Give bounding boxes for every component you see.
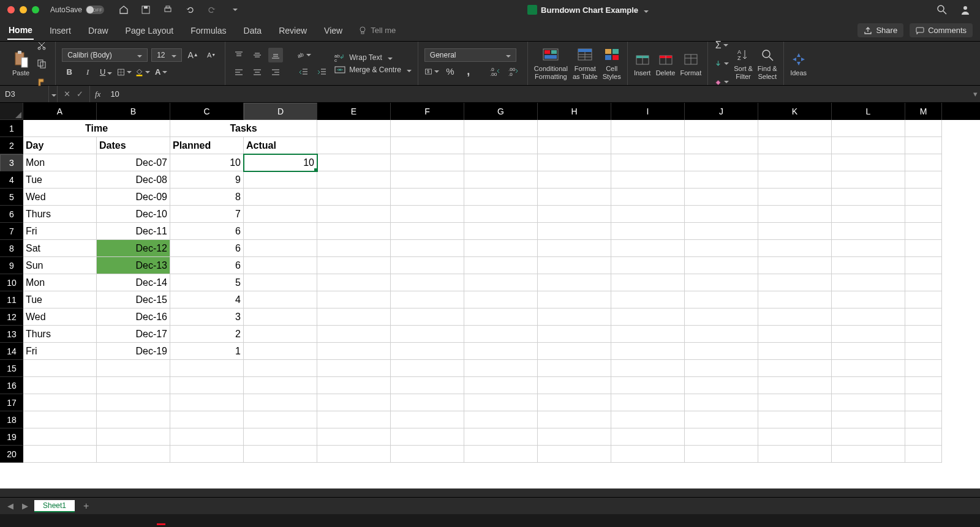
cell[interactable]: Dates: [97, 137, 170, 154]
cell[interactable]: [832, 274, 905, 291]
tab-insert[interactable]: Insert: [48, 22, 72, 39]
italic-button[interactable]: I: [80, 65, 95, 80]
cell[interactable]: [244, 428, 317, 446]
sort-filter-button[interactable]: AZ Sort & Filter: [734, 47, 753, 80]
cell[interactable]: [758, 274, 832, 291]
cell[interactable]: [464, 137, 538, 154]
accounting-format-icon[interactable]: $: [424, 64, 439, 79]
cell[interactable]: Wed: [23, 308, 97, 326]
cell[interactable]: [464, 291, 538, 308]
col-header-M[interactable]: M: [905, 103, 942, 120]
cell[interactable]: [905, 377, 942, 394]
col-header-G[interactable]: G: [464, 103, 538, 120]
share-button[interactable]: Share: [858, 23, 903, 37]
cell[interactable]: [317, 189, 391, 206]
cell[interactable]: [611, 189, 685, 206]
cell[interactable]: Dec-10: [97, 206, 170, 223]
cell[interactable]: Wed: [23, 189, 97, 206]
cell[interactable]: [685, 308, 758, 326]
cell[interactable]: [464, 428, 538, 446]
cell[interactable]: [464, 326, 538, 343]
row-header-10[interactable]: 10: [0, 274, 23, 291]
cell[interactable]: 4: [170, 291, 244, 308]
cell[interactable]: [464, 308, 538, 326]
cell[interactable]: [538, 394, 611, 411]
cell[interactable]: [391, 240, 464, 257]
add-sheet-button[interactable]: +: [78, 501, 94, 512]
cell[interactable]: [685, 171, 758, 189]
user-account-icon[interactable]: [958, 2, 973, 17]
wrap-text-button[interactable]: abc Wrap Text: [334, 53, 412, 62]
cell[interactable]: [391, 394, 464, 411]
cell[interactable]: [391, 291, 464, 308]
delete-cells-button[interactable]: Delete: [656, 51, 676, 77]
cell[interactable]: [758, 154, 832, 171]
cell[interactable]: [685, 428, 758, 446]
cell[interactable]: [758, 137, 832, 154]
cell[interactable]: [758, 428, 832, 446]
formula-input[interactable]: 10: [105, 89, 970, 99]
percent-format-icon[interactable]: %: [443, 64, 458, 79]
cell[interactable]: [317, 206, 391, 223]
cell[interactable]: [391, 428, 464, 446]
font-name-select[interactable]: Calibri (Body): [62, 48, 148, 62]
cell[interactable]: [832, 240, 905, 257]
cell[interactable]: [905, 394, 942, 411]
select-all-corner[interactable]: [0, 103, 23, 120]
cell[interactable]: [538, 137, 611, 154]
cell[interactable]: [391, 308, 464, 326]
cell[interactable]: [464, 411, 538, 428]
cell[interactable]: Actual: [244, 137, 317, 154]
cell[interactable]: [538, 308, 611, 326]
cell[interactable]: [905, 343, 942, 360]
bold-button[interactable]: B: [62, 65, 77, 80]
cell[interactable]: [832, 154, 905, 171]
cell[interactable]: [317, 446, 391, 463]
col-header-H[interactable]: H: [538, 103, 611, 120]
tell-me[interactable]: Tell me: [358, 26, 396, 35]
cell[interactable]: [832, 343, 905, 360]
cell[interactable]: [170, 411, 244, 428]
cell[interactable]: [905, 137, 942, 154]
minimize-window-icon[interactable]: [20, 6, 27, 13]
cell[interactable]: [391, 377, 464, 394]
number-format-select[interactable]: General: [424, 48, 516, 62]
cell[interactable]: [758, 308, 832, 326]
cell[interactable]: [832, 411, 905, 428]
formula-expand-icon[interactable]: ▾: [970, 89, 980, 99]
cell[interactable]: [391, 223, 464, 240]
col-header-K[interactable]: K: [758, 103, 832, 120]
cell[interactable]: [538, 223, 611, 240]
cell[interactable]: [538, 291, 611, 308]
cell[interactable]: [464, 223, 538, 240]
cell[interactable]: [685, 240, 758, 257]
cell[interactable]: [685, 446, 758, 463]
cell[interactable]: [244, 343, 317, 360]
align-center-icon[interactable]: [250, 65, 265, 80]
cell[interactable]: [317, 240, 391, 257]
cell[interactable]: [832, 428, 905, 446]
cell[interactable]: [685, 257, 758, 274]
row-header-12[interactable]: 12: [0, 308, 23, 326]
cell[interactable]: [905, 189, 942, 206]
cell[interactable]: [832, 171, 905, 189]
cell[interactable]: [244, 377, 317, 394]
cell[interactable]: [170, 360, 244, 377]
cell[interactable]: [97, 360, 170, 377]
cell[interactable]: [391, 189, 464, 206]
col-header-I[interactable]: I: [611, 103, 685, 120]
tab-draw[interactable]: Draw: [87, 22, 110, 39]
tab-review[interactable]: Review: [277, 22, 308, 39]
row-header-16[interactable]: 16: [0, 377, 23, 394]
col-header-D[interactable]: D: [244, 103, 317, 120]
row-header-6[interactable]: 6: [0, 206, 23, 223]
cell[interactable]: [464, 377, 538, 394]
cell[interactable]: [317, 137, 391, 154]
cell[interactable]: [758, 360, 832, 377]
cancel-formula-icon[interactable]: ✕: [64, 89, 70, 99]
sheet-tab[interactable]: Sheet1: [34, 500, 75, 512]
cell[interactable]: [391, 171, 464, 189]
font-color-button[interactable]: A: [154, 65, 168, 80]
cell[interactable]: [538, 240, 611, 257]
cell[interactable]: [832, 360, 905, 377]
